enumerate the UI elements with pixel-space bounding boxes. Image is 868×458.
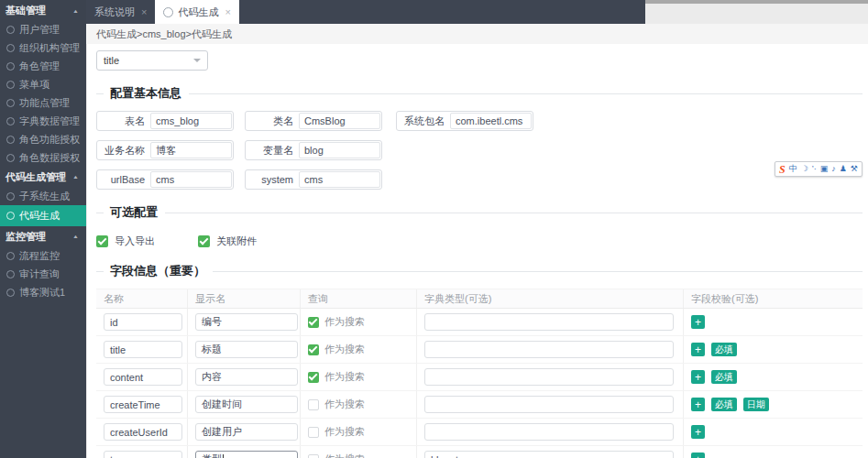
emoji-panel-icon[interactable]: ▣ — [820, 165, 829, 173]
sidebar-section-header[interactable]: 监控管理▲ — [0, 226, 86, 246]
sidebar-item[interactable]: 子系统生成 — [0, 187, 86, 205]
display-name-input[interactable]: 创建时间 — [195, 396, 298, 413]
checkbox-icon[interactable] — [198, 235, 210, 247]
display-name-input[interactable]: 标题 — [195, 341, 298, 358]
display-name-input[interactable]: 创建用户 — [195, 423, 298, 441]
field-input[interactable]: CmsBlog — [299, 113, 380, 129]
halfwidth-moon-icon[interactable]: ☽ — [801, 165, 808, 173]
search-checkbox-icon[interactable] — [308, 427, 319, 438]
chevron-down-icon — [193, 59, 201, 62]
legend-line — [96, 271, 104, 272]
option-checkbox-item[interactable]: 关联附件 — [198, 234, 300, 248]
cell-validation: +必填日期 — [684, 391, 863, 418]
add-validation-button[interactable]: + — [691, 343, 705, 356]
sidebar-item[interactable]: 用户管理 — [0, 20, 86, 38]
content-panel: title 配置基本信息 表名cms_blog类名CmsBlog系统包名com.… — [86, 44, 868, 458]
name-input[interactable]: createTime — [104, 396, 182, 413]
punctuation-icon[interactable]: ’· — [812, 165, 817, 173]
validation-badge[interactable]: 必填 — [711, 398, 737, 411]
search-checkbox-icon[interactable] — [308, 317, 319, 328]
dict-type-input[interactable] — [424, 396, 674, 413]
chinese-mode-icon[interactable]: 中 — [789, 165, 797, 173]
cell-dict-type — [417, 336, 684, 363]
sidebar-item[interactable]: 菜单项 — [0, 75, 86, 93]
name-input[interactable]: id — [104, 313, 182, 331]
close-icon[interactable]: × — [225, 6, 230, 17]
sidebar-item[interactable]: 博客测试1 — [0, 283, 86, 301]
tab-system-note[interactable]: 系统说明 × — [86, 0, 155, 24]
add-validation-button[interactable]: + — [691, 370, 705, 384]
cell-name: content — [96, 364, 188, 390]
config-field-group: 表名cms_blog — [96, 111, 234, 131]
cell-display-name: 标题 — [188, 336, 301, 363]
tab-code-generation[interactable]: 代码生成 × — [155, 0, 238, 24]
circle-icon — [6, 192, 15, 201]
dict-type-input[interactable]: blog_type — [424, 451, 674, 458]
sidebar-item[interactable]: 流程监控 — [0, 246, 86, 265]
search-checkbox-icon[interactable] — [308, 454, 319, 458]
search-checkbox-icon[interactable] — [308, 344, 319, 355]
sidebar-item[interactable]: 角色管理 — [0, 57, 86, 75]
field-input[interactable]: blog — [299, 142, 380, 158]
name-input[interactable]: content — [104, 368, 182, 386]
search-checkbox-icon[interactable] — [308, 372, 319, 383]
sidebar-section-header[interactable]: 基础管理▲ — [0, 0, 86, 20]
cell-name: title — [96, 336, 188, 363]
legend-line — [165, 213, 863, 213]
cell-display-name: 创建时间 — [188, 391, 301, 418]
column-select[interactable]: title — [96, 50, 208, 71]
cell-display-name: 类型 — [188, 446, 301, 458]
sidebar-item[interactable]: 角色功能授权 — [0, 130, 86, 148]
field-input[interactable]: cms — [150, 171, 232, 188]
dict-type-input[interactable] — [424, 341, 674, 358]
tab-bar: 系统说明 × 代码生成 × — [86, 0, 868, 24]
field-group-row: 业务名称博客变量名blog — [96, 140, 868, 160]
toolbox-wrench-icon[interactable]: ⚒ — [851, 165, 858, 173]
table-row: content内容作为搜索+必填 — [96, 364, 863, 391]
sogou-logo-icon[interactable]: S — [779, 164, 786, 175]
add-validation-button[interactable]: + — [691, 398, 705, 411]
table-row: id编号作为搜索+ — [96, 309, 863, 336]
sidebar-section-header[interactable]: 代码生成管理▲ — [0, 167, 86, 187]
display-name-input[interactable]: 内容 — [195, 368, 298, 386]
dict-type-input[interactable] — [424, 368, 674, 386]
name-input[interactable]: type — [104, 451, 182, 458]
table-row: createTime创建时间作为搜索+必填日期 — [96, 391, 863, 419]
option-checkbox-item[interactable]: 导入导出 — [96, 234, 198, 248]
sidebar-item[interactable]: 功能点管理 — [0, 93, 86, 112]
validation-badge[interactable]: 日期 — [743, 398, 769, 411]
sidebar-item-label: 角色数据授权 — [19, 151, 80, 165]
validation-badge[interactable]: 必填 — [711, 370, 737, 384]
sidebar-item[interactable]: 字典数据管理 — [0, 112, 86, 130]
ime-toolbar[interactable]: S 中☽’·▣♪♟⚒ — [775, 161, 863, 177]
field-input[interactable]: cms_blog — [150, 113, 232, 129]
field-input[interactable]: cms — [299, 171, 380, 188]
voice-input-icon[interactable]: ♪ — [831, 165, 836, 173]
field-input[interactable]: com.ibeetl.cms — [450, 113, 532, 129]
sidebar-item[interactable]: 代码生成 — [0, 205, 86, 226]
add-validation-button[interactable]: + — [691, 315, 705, 329]
sidebar-item[interactable]: 角色数据授权 — [0, 148, 86, 167]
search-checkbox-icon[interactable] — [308, 399, 319, 410]
tab-label: 系统说明 — [94, 5, 135, 19]
field-label: 系统包名 — [397, 112, 449, 130]
validation-badge[interactable]: 必填 — [711, 343, 737, 356]
checkbox-icon[interactable] — [96, 235, 108, 247]
sidebar-item[interactable]: 审计查询 — [0, 265, 86, 283]
skin-icon[interactable]: ♟ — [840, 165, 847, 173]
add-validation-button[interactable]: + — [691, 453, 705, 458]
add-validation-button[interactable]: + — [691, 425, 705, 439]
display-name-input[interactable]: 类型 — [195, 451, 298, 458]
field-input[interactable]: 博客 — [150, 142, 232, 158]
sidebar-item-label: 角色功能授权 — [19, 133, 80, 147]
close-icon[interactable]: × — [141, 6, 147, 17]
display-name-input[interactable]: 编号 — [195, 313, 298, 331]
sidebar-item-label: 博客测试1 — [19, 286, 65, 300]
name-input[interactable]: title — [104, 341, 182, 358]
dict-type-input[interactable] — [424, 313, 674, 331]
name-input[interactable]: createUserId — [104, 423, 182, 441]
dict-type-input[interactable] — [424, 423, 674, 441]
cell-search: 作为搜索 — [301, 446, 417, 458]
sidebar-item[interactable]: 组织机构管理 — [0, 38, 86, 57]
collapse-arrow-icon: ▲ — [72, 174, 79, 180]
